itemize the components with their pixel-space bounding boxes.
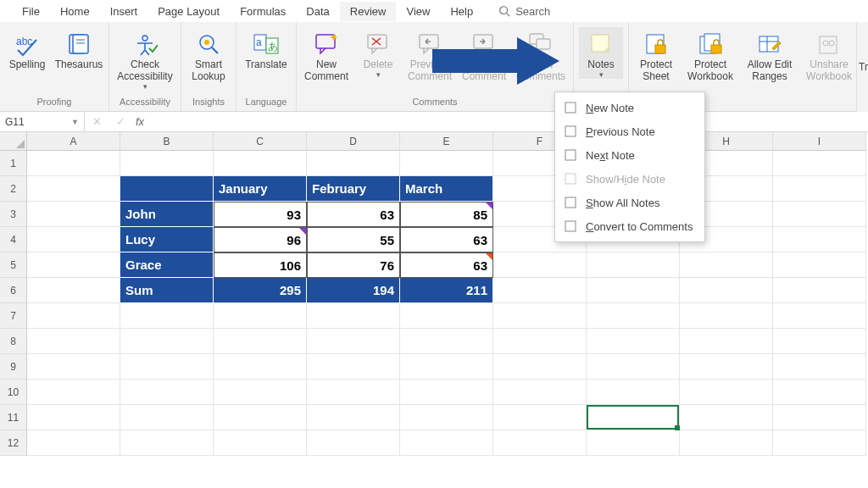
- spreadsheet-grid[interactable]: ABCDEFGHI 123456789101112 JanuaryFebruar…: [0, 132, 868, 488]
- cell[interactable]: [493, 354, 587, 380]
- cell[interactable]: 106: [214, 252, 307, 278]
- notes-menu-item[interactable]: Previous Note: [555, 119, 704, 143]
- cell[interactable]: Lucy: [120, 227, 214, 252]
- row-header-10[interactable]: 10: [0, 380, 27, 405]
- cell[interactable]: [680, 405, 773, 430]
- cell[interactable]: February: [307, 176, 400, 202]
- cell[interactable]: [27, 252, 120, 278]
- cell[interactable]: [27, 329, 120, 354]
- cell[interactable]: [27, 202, 120, 227]
- menu-home[interactable]: Home: [50, 2, 100, 21]
- name-box[interactable]: G11 ▼: [0, 113, 85, 131]
- cell[interactable]: [493, 430, 587, 456]
- notes-button[interactable]: Notes ▾: [579, 27, 623, 79]
- cell[interactable]: 96: [214, 227, 307, 252]
- cell[interactable]: [214, 329, 307, 354]
- cell[interactable]: [680, 329, 773, 354]
- col-header-E[interactable]: E: [400, 132, 493, 151]
- row-header-9[interactable]: 9: [0, 354, 27, 380]
- cell[interactable]: [214, 151, 307, 176]
- cell[interactable]: [307, 303, 400, 329]
- cell[interactable]: January: [214, 176, 307, 202]
- row-header-8[interactable]: 8: [0, 329, 27, 354]
- cell[interactable]: [27, 176, 120, 202]
- search-box[interactable]: Search: [498, 5, 550, 18]
- cell[interactable]: [307, 151, 400, 176]
- cell[interactable]: [773, 176, 866, 202]
- thesaurus-button[interactable]: Thesaurus: [54, 27, 103, 71]
- cell[interactable]: [773, 202, 866, 227]
- cell[interactable]: [493, 303, 587, 329]
- cell[interactable]: [493, 405, 587, 430]
- cell[interactable]: Grace: [120, 252, 214, 278]
- cell[interactable]: [587, 278, 680, 303]
- cell[interactable]: [493, 278, 587, 303]
- cell[interactable]: 194: [307, 278, 400, 303]
- menu-formulas[interactable]: Formulas: [230, 2, 296, 21]
- cell[interactable]: [400, 380, 493, 405]
- cell[interactable]: [214, 354, 307, 380]
- cell[interactable]: [587, 329, 680, 354]
- cell[interactable]: [120, 303, 214, 329]
- cell[interactable]: [400, 354, 493, 380]
- cell[interactable]: [773, 430, 866, 456]
- cell[interactable]: 85: [400, 202, 493, 227]
- cell[interactable]: [773, 151, 866, 176]
- cell[interactable]: March: [400, 176, 493, 202]
- spelling-button[interactable]: abc Spelling: [5, 27, 49, 71]
- cell[interactable]: [214, 405, 307, 430]
- cell[interactable]: [307, 405, 400, 430]
- cell[interactable]: [400, 405, 493, 430]
- cell[interactable]: [307, 329, 400, 354]
- col-header-I[interactable]: I: [773, 132, 866, 151]
- col-header-B[interactable]: B: [120, 132, 214, 151]
- protect-workbook-button[interactable]: Protect Workbook: [683, 27, 737, 83]
- smart-lookup-button[interactable]: Smart Lookup: [186, 27, 231, 83]
- cell[interactable]: [680, 430, 773, 456]
- cell[interactable]: [587, 303, 680, 329]
- cell[interactable]: [680, 252, 773, 278]
- cell[interactable]: 63: [400, 252, 493, 278]
- cell[interactable]: 93: [214, 202, 307, 227]
- cell[interactable]: [587, 380, 680, 405]
- menu-insert[interactable]: Insert: [100, 2, 148, 21]
- cell[interactable]: 295: [214, 278, 307, 303]
- cell[interactable]: [120, 151, 214, 176]
- row-header-1[interactable]: 1: [0, 151, 27, 176]
- ribbon-overflow[interactable]: Tr: [856, 22, 868, 112]
- cell[interactable]: [587, 354, 680, 380]
- notes-menu-item[interactable]: Convert to Comments: [555, 214, 704, 238]
- menu-file[interactable]: File: [12, 2, 50, 21]
- cell[interactable]: [120, 329, 214, 354]
- notes-menu-item[interactable]: Next Note: [555, 143, 704, 167]
- row-header-12[interactable]: 12: [0, 430, 27, 456]
- row-header-2[interactable]: 2: [0, 176, 27, 202]
- cell[interactable]: [307, 380, 400, 405]
- row-header-7[interactable]: 7: [0, 303, 27, 329]
- cell[interactable]: [493, 329, 587, 354]
- cell[interactable]: [773, 380, 866, 405]
- cell[interactable]: [587, 430, 680, 456]
- cell[interactable]: [773, 227, 866, 252]
- cell[interactable]: [120, 176, 214, 202]
- cell[interactable]: [400, 151, 493, 176]
- cell[interactable]: [27, 380, 120, 405]
- row-header-4[interactable]: 4: [0, 227, 27, 252]
- cell[interactable]: [680, 278, 773, 303]
- menu-view[interactable]: View: [396, 2, 440, 21]
- cell[interactable]: [120, 354, 214, 380]
- new-comment-button[interactable]: ✦ New Comment: [302, 27, 351, 83]
- cell[interactable]: [680, 354, 773, 380]
- cell[interactable]: [400, 303, 493, 329]
- cell[interactable]: [400, 430, 493, 456]
- cell[interactable]: [27, 354, 120, 380]
- allow-edit-ranges-button[interactable]: Allow Edit Ranges: [743, 27, 797, 83]
- cell[interactable]: [773, 303, 866, 329]
- cell[interactable]: 63: [307, 202, 400, 227]
- cell[interactable]: 63: [400, 227, 493, 252]
- cell[interactable]: [120, 430, 214, 456]
- cell[interactable]: [773, 252, 866, 278]
- cell[interactable]: Sum: [120, 278, 214, 303]
- cell[interactable]: [493, 380, 587, 405]
- menu-review[interactable]: Review: [340, 2, 397, 21]
